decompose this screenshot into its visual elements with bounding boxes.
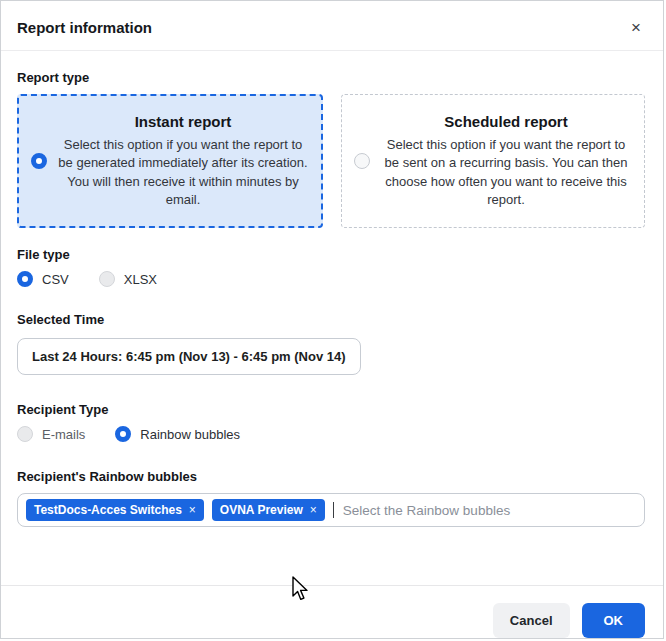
tag-remove-icon[interactable]: × — [310, 503, 317, 517]
file-type-option-csv[interactable]: CSV — [17, 271, 69, 287]
file-type-options: CSV XLSX — [17, 271, 645, 287]
dialog-footer: Cancel OK — [1, 585, 663, 638]
emails-radio[interactable] — [17, 426, 33, 442]
time-range-picker[interactable]: Last 24 Hours: 6:45 pm (Nov 13) - 6:45 p… — [17, 338, 361, 375]
emails-label: E-mails — [42, 427, 85, 442]
rainbow-bubbles-radio[interactable] — [115, 426, 131, 442]
report-information-dialog: Report information × Report type Instant… — [0, 0, 664, 639]
ok-button[interactable]: OK — [582, 603, 646, 638]
report-type-cards: Instant report Select this option if you… — [17, 94, 645, 228]
file-type-option-xlsx[interactable]: XLSX — [99, 271, 157, 287]
tag-remove-icon[interactable]: × — [189, 503, 196, 517]
file-type-label: File type — [17, 247, 645, 262]
rainbow-bubbles-label: Rainbow bubbles — [140, 427, 240, 442]
text-caret — [333, 502, 334, 518]
instant-report-radio[interactable] — [31, 153, 47, 169]
scheduled-report-text: Scheduled report Select this option if y… — [380, 113, 632, 210]
tag-ovna-preview[interactable]: OVNA Preview × — [212, 499, 325, 521]
rainbow-bubbles-select-input[interactable]: TestDocs-Acces Switches × OVNA Preview ×… — [17, 493, 645, 527]
close-icon[interactable]: × — [631, 19, 641, 36]
xlsx-label: XLSX — [124, 272, 157, 287]
tag-label: TestDocs-Acces Switches — [34, 503, 182, 517]
csv-label: CSV — [42, 272, 69, 287]
recipient-type-label: Recipient Type — [17, 402, 645, 417]
recipient-type-options: E-mails Rainbow bubbles — [17, 426, 645, 442]
scheduled-report-description: Select this option if you want the repor… — [380, 136, 632, 210]
report-type-label: Report type — [17, 70, 645, 85]
tag-label: OVNA Preview — [220, 503, 303, 517]
recipient-type-option-rainbow-bubbles[interactable]: Rainbow bubbles — [115, 426, 240, 442]
dialog-title: Report information — [17, 19, 152, 36]
recipients-label: Recipient's Rainbow bubbles — [17, 469, 645, 484]
scheduled-report-radio[interactable] — [354, 153, 370, 169]
recipient-type-option-emails[interactable]: E-mails — [17, 426, 85, 442]
xlsx-radio[interactable] — [99, 271, 115, 287]
scheduled-report-title: Scheduled report — [380, 113, 632, 130]
selected-time-label: Selected Time — [17, 312, 645, 327]
csv-radio[interactable] — [17, 271, 33, 287]
dialog-content: Report type Instant report Select this o… — [1, 51, 663, 585]
instant-report-card[interactable]: Instant report Select this option if you… — [17, 94, 323, 228]
instant-report-description: Select this option if you want the repor… — [57, 136, 309, 210]
instant-report-title: Instant report — [57, 113, 309, 130]
tag-testdocs-acces-switches[interactable]: TestDocs-Acces Switches × — [26, 499, 204, 521]
instant-report-text: Instant report Select this option if you… — [57, 113, 309, 210]
dialog-header: Report information × — [1, 1, 663, 51]
select-placeholder: Select the Rainbow bubbles — [343, 503, 510, 518]
cancel-button[interactable]: Cancel — [493, 603, 570, 638]
scheduled-report-card[interactable]: Scheduled report Select this option if y… — [341, 94, 645, 228]
